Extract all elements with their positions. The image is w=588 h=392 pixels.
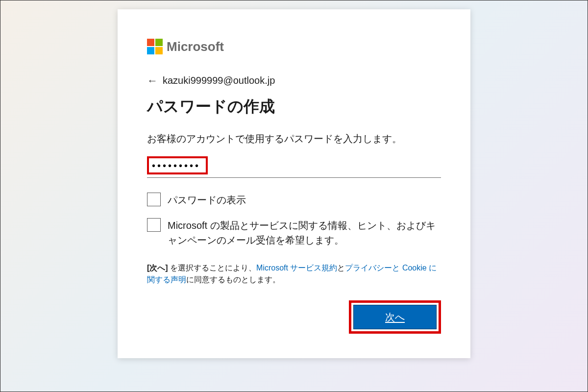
- legal-part3: に同意するものとします。: [186, 275, 280, 284]
- account-email: kazuki999999@outlook.jp: [163, 75, 275, 86]
- back-arrow-icon[interactable]: ←: [147, 75, 158, 86]
- highlight-box: [147, 156, 208, 174]
- legal-text: [次へ] を選択することにより、Microsoft サービス規約とプライバシーと…: [147, 262, 441, 286]
- show-password-label: パスワードの表示: [168, 193, 246, 207]
- marketing-optin-row: Microsoft の製品とサービスに関する情報、ヒント、およびキャンペーンのメ…: [147, 218, 441, 247]
- brand-row: Microsoft: [147, 39, 441, 54]
- marketing-checkbox[interactable]: [147, 218, 161, 232]
- password-input[interactable]: [152, 160, 201, 172]
- legal-bold: [次へ]: [147, 264, 168, 272]
- show-password-checkbox[interactable]: [147, 193, 161, 206]
- identity-row: ← kazuki999999@outlook.jp: [147, 75, 441, 86]
- instruction-text: お客様のアカウントで使用するパスワードを入力します。: [147, 132, 441, 146]
- signup-password-dialog: Microsoft ← kazuki999999@outlook.jp パスワー…: [118, 9, 470, 358]
- page-title: パスワードの作成: [147, 96, 441, 118]
- highlight-box-next: 次へ: [349, 300, 441, 334]
- password-field-row: [147, 156, 441, 178]
- microsoft-logo-icon: [147, 39, 163, 54]
- button-row: 次へ: [147, 300, 441, 334]
- service-agreement-link[interactable]: Microsoft サービス規約: [256, 264, 337, 272]
- legal-part1: を選択することにより、: [168, 264, 256, 272]
- brand-text: Microsoft: [167, 39, 224, 54]
- next-button[interactable]: 次へ: [353, 305, 437, 329]
- marketing-label: Microsoft の製品とサービスに関する情報、ヒント、およびキャンペーンのメ…: [168, 218, 441, 247]
- show-password-row: パスワードの表示: [147, 193, 441, 207]
- legal-part2: と: [337, 264, 345, 272]
